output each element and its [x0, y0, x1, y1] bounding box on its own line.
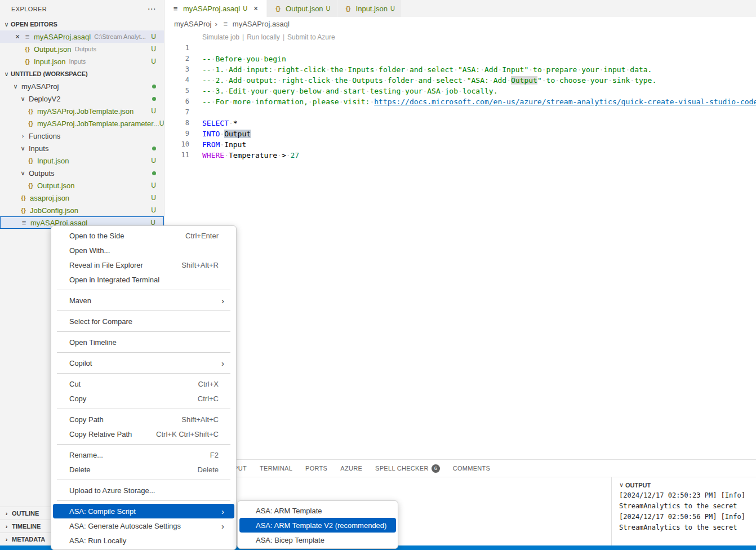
menu-item-cut[interactable]: CutCtrl+X [53, 376, 234, 391]
open-editor-myasaproj-asaql[interactable]: ×≡myASAProj.asaqlC:\Stream Analyt...U [0, 30, 164, 43]
panel-tab-spell-checker[interactable]: SPELL CHECKER6 [375, 464, 440, 473]
menu-item-maven[interactable]: Maven› [53, 293, 234, 308]
code-line[interactable]: 11WHERE·Temperature·>·27 [164, 150, 756, 161]
close-icon[interactable]: × [12, 32, 23, 41]
open-editor-input-json[interactable]: {}Input.jsonInputsU [0, 55, 164, 68]
untracked-badge: U [151, 206, 156, 214]
menu-item-reveal-in-file-explorer[interactable]: Reveal in File ExplorerShift+Alt+R [53, 258, 234, 272]
menu-item-label: Copy Path [69, 415, 104, 424]
codelens-simulate-job[interactable]: Simulate job [202, 33, 239, 41]
menu-item-shortcut: Ctrl+Enter [185, 232, 229, 240]
tab-myasaproj-asaql[interactable]: ≡myASAProj.asaqlU× [164, 0, 267, 17]
vscode-window: EXPLORER ⋯ ∨ OPEN EDITORS ×≡myASAProj.as… [0, 0, 756, 550]
code-line[interactable]: 5--·3.·Edit·your·query·below·and·start·t… [164, 86, 756, 96]
output-log-line: StreamAnalytics to the secret [619, 501, 756, 512]
breadcrumb-label: myASAProj.asaql [233, 20, 290, 28]
code-line[interactable]: 9INTO·Output [164, 128, 756, 139]
json-icon: {} [26, 108, 35, 114]
code-line[interactable]: 10FROM·Input [164, 139, 756, 150]
panel-tab-ports[interactable]: PORTS [305, 465, 327, 472]
code-editor[interactable]: Simulate job|Run locally|Submit to Azure… [164, 31, 756, 459]
menu-separator [57, 290, 230, 290]
menu-item-asa-arm-template-v2-recommended[interactable]: ASA: ARM Template V2 (recommended) [239, 518, 396, 533]
menu-item-open-with[interactable]: Open With... [53, 243, 234, 258]
code-lines: 12--·Before·you·begin3--·1.·Add·input:·r… [164, 43, 756, 161]
whitespace-dot: · [246, 87, 251, 95]
whitespace-dot: · [577, 65, 581, 74]
breadcrumb-item-myasaproj[interactable]: myASAProj [174, 20, 211, 28]
menu-item-asa-compile-script[interactable]: ASA: Compile Script› [53, 504, 234, 518]
code-line[interactable]: 3--·1.·Add·input:·right-click·the·Inputs… [164, 64, 756, 75]
file-asaproj-json[interactable]: {}asaproj.jsonU [0, 192, 164, 204]
menu-item-copilot[interactable]: Copilot› [53, 356, 234, 370]
folder-name: myASAProj [21, 82, 59, 91]
folder-inputs[interactable]: ∨Inputs [0, 142, 164, 154]
json-icon: {} [273, 5, 283, 12]
code-token: --·2.·Add·output:·right-click·the·Output… [202, 76, 511, 85]
workspace-header[interactable]: ∨ UNTITLED (WORKSPACE) [0, 68, 164, 80]
menu-item-asa-generate-autoscale-settings[interactable]: ASA: Generate Autoscale Settings› [53, 518, 234, 533]
folder-functions[interactable]: ›Functions [0, 130, 164, 142]
menu-item-select-for-compare[interactable]: Select for Compare [53, 314, 234, 329]
codelens-run-locally[interactable]: Run locally [247, 33, 280, 41]
more-actions-icon[interactable]: ⋯ [148, 4, 156, 14]
file-output-json[interactable]: {}Output.jsonU [0, 179, 164, 192]
panel-tab-terminal[interactable]: TERMINAL [260, 465, 292, 472]
panel-tab-comments[interactable]: COMMENTS [453, 465, 491, 472]
folder-deployv2[interactable]: ∨DeployV2 [0, 92, 164, 105]
open-editors-header[interactable]: ∨ OPEN EDITORS [0, 18, 164, 30]
code-line[interactable]: 6--·For·more·information,·please·visit:·… [164, 96, 756, 107]
breadcrumb: myASAProj›≡myASAProj.asaql [164, 17, 756, 31]
menu-separator [57, 373, 230, 374]
folder-outputs[interactable]: ∨Outputs [0, 167, 164, 179]
menu-item-upload-to-azure-storage[interactable]: Upload to Azure Storage... [53, 483, 234, 498]
line-number: 6 [164, 96, 189, 107]
whitespace-dot: · [423, 65, 427, 74]
open-editor-output-json[interactable]: {}Output.jsonOutputsU [0, 43, 164, 55]
output-log-line: StreamAnalytics to the secret [619, 522, 756, 533]
file-myasaproj-jobtemplate-parameter[interactable]: {}myASAProj.JobTemplate.parameter...U [0, 117, 164, 130]
output-log-line: [2024/12/17 02:50:23 PM] [Info] [619, 490, 756, 501]
whitespace-dot: · [401, 87, 405, 95]
menu-item-open-in-integrated-terminal[interactable]: Open in Integrated Terminal [53, 272, 234, 287]
code-line[interactable]: 4--·2.·Add·output:·right-click·the·Outpu… [164, 75, 756, 86]
code-token: "·to·choose·your·sink·type. [537, 76, 656, 85]
file-myasaproj-jobtemplate-json[interactable]: {}myASAProj.JobTemplate.jsonU [0, 105, 164, 117]
line-number: 10 [164, 139, 189, 150]
untracked-badge: U [151, 181, 156, 189]
menu-item-label: ASA: ARM Template V2 (recommended) [256, 521, 386, 530]
menu-item-asa-bicep-template[interactable]: ASA: Bicep Template [239, 533, 396, 547]
folder-myasaproj[interactable]: ∨myASAProj [0, 80, 164, 92]
panel-tab-azure[interactable]: AZURE [340, 465, 362, 472]
codelens-submit-to-azure[interactable]: Submit to Azure [287, 33, 335, 41]
menu-item-rename[interactable]: Rename...F2 [53, 447, 234, 462]
code-line[interactable]: 2--·Before·you·begin [164, 54, 756, 64]
close-icon[interactable]: × [251, 4, 260, 13]
menu-item-open-to-the-side[interactable]: Open to the SideCtrl+Enter [53, 228, 234, 243]
menu-item-copy-relative-path[interactable]: Copy Relative PathCtrl+K Ctrl+Shift+C [53, 427, 234, 441]
output-section-header[interactable]: ∨ OUTPUT [619, 481, 756, 489]
tab-output-json[interactable]: {}Output.jsonU [267, 0, 337, 17]
code-line[interactable]: 8SELECT·* [164, 118, 756, 128]
file-jobconfig-json[interactable]: {}JobConfig.jsonU [0, 204, 164, 216]
menu-separator [57, 331, 230, 332]
workspace-label: UNTITLED (WORKSPACE) [11, 70, 88, 77]
breadcrumb-item-myasaproj-asaql[interactable]: ≡myASAProj.asaql [221, 20, 290, 28]
section-label: OUTLINE [12, 510, 39, 517]
whitespace-dot: · [268, 87, 273, 95]
whitespace-dot: · [405, 65, 410, 74]
whitespace-dot: · [453, 65, 458, 74]
menu-item-delete[interactable]: DeleteDelete [53, 462, 234, 477]
code-line[interactable]: 7 [164, 107, 756, 118]
menu-item-copy[interactable]: CopyCtrl+C [53, 391, 234, 406]
code-line[interactable]: 1 [164, 43, 756, 54]
whitespace-dot: · [383, 76, 388, 85]
file-input-json[interactable]: {}Input.jsonU [0, 154, 164, 167]
menu-item-copy-path[interactable]: Copy PathShift+Alt+C [53, 412, 234, 427]
menu-item-open-timeline[interactable]: Open Timeline [53, 335, 234, 349]
file-name: JobConfig.json [30, 206, 78, 215]
menu-item-asa-run-locally[interactable]: ASA: Run Locally [53, 533, 234, 548]
menu-item-asa-arm-template[interactable]: ASA: ARM Template [239, 503, 396, 518]
tab-input-json[interactable]: {}Input.jsonU [337, 0, 402, 17]
submenu-arrow-icon: › [221, 507, 229, 516]
